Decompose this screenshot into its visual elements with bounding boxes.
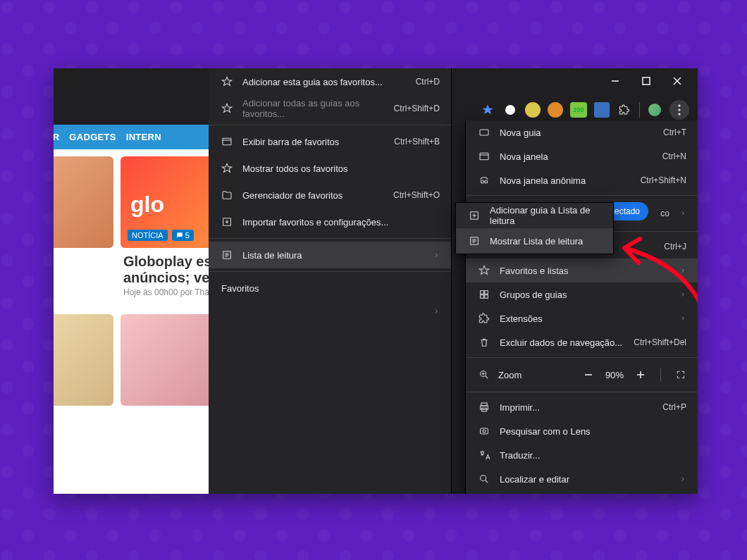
badge-comments: 5 — [172, 230, 194, 241]
menu-item-clear-browsing-data[interactable]: Excluir dados de navegação... Ctrl+Shift… — [466, 330, 698, 354]
menu-item-label: Gerenciador de favoritos — [242, 190, 383, 201]
reading-list-icon — [221, 249, 233, 261]
svg-rect-21 — [485, 291, 488, 294]
zoom-icon — [479, 369, 490, 380]
menu-item-show-all-bookmarks[interactable]: Mostrar todos os favoritos — [209, 155, 451, 182]
menu-item-bookmark-all-tabs[interactable]: Adicionar todas as guias aos favoritos..… — [209, 95, 451, 122]
svg-rect-23 — [485, 295, 488, 299]
menu-item-find-edit[interactable]: Localizar e editar — [466, 467, 698, 491]
menu-item-show-reading-list[interactable]: Mostrar Lista de leitura — [456, 228, 613, 254]
window-icon — [479, 151, 490, 162]
menu-item-translate[interactable]: Traduzir... — [466, 443, 698, 467]
menu-item-label: Excluir dados de navegação... — [500, 337, 624, 348]
menu-item-print[interactable]: Imprimir... Ctrl+P — [466, 395, 698, 419]
menu-separator — [209, 271, 451, 272]
extension-icon[interactable] — [525, 102, 541, 118]
menu-item-bookmark-manager[interactable]: Gerenciador de favoritos Ctrl+Shift+O — [209, 182, 451, 209]
bookmarks-submenu: Adicionar esta guia aos favoritos... Ctr… — [209, 68, 452, 494]
menu-separator — [466, 195, 698, 196]
zoom-in-button[interactable] — [632, 366, 649, 383]
menu-item-label: Nova janela — [500, 151, 653, 162]
zoom-label: Zoom — [498, 370, 572, 380]
svg-rect-1 — [643, 77, 650, 85]
menu-shortcut: Ctrl+Shift+D — [394, 104, 440, 113]
fullscreen-button[interactable] — [672, 366, 689, 383]
svg-point-4 — [678, 104, 680, 106]
menu-item-import-bookmarks[interactable]: Importar favoritos e configurações... — [209, 209, 451, 235]
menu-item-search-lens[interactable]: Pesquisar com o Lens — [466, 419, 698, 443]
site-nav-item[interactable]: GADGETS — [69, 132, 116, 142]
chevron-right-icon — [679, 313, 686, 324]
site-nav-item[interactable]: INTERN — [126, 132, 161, 142]
menu-item-add-to-reading-list[interactable]: Adicionar guia à Lista de leitura — [456, 203, 613, 228]
incognito-icon — [479, 175, 490, 186]
search-icon — [479, 473, 490, 485]
chevron-right-icon — [679, 266, 686, 276]
menu-item-label: Imprimir... — [500, 402, 653, 413]
menu-shortcut: Ctrl+T — [663, 127, 686, 137]
menu-item-label: Adicionar todas as guias aos favoritos..… — [242, 98, 384, 119]
menu-item-incognito[interactable]: Nova janela anônima Ctrl+Shift+N — [466, 168, 698, 192]
bookmark-star-icon[interactable] — [480, 102, 495, 118]
menu-item-bookmarks-lists[interactable]: Favoritos e listas — [466, 259, 698, 282]
menu-shortcut: Ctrl+P — [662, 402, 686, 412]
translate-icon — [479, 449, 490, 461]
chevron-right-icon — [433, 250, 440, 261]
menu-item-show-bookmarks-bar[interactable]: Exibir barra de favoritos Ctrl+Shift+B — [209, 128, 451, 155]
menu-item-label: Nova janela anônima — [500, 175, 631, 186]
menu-item-label: Mostrar Lista de leitura — [490, 236, 602, 247]
menu-item-extensions[interactable]: Extensões — [466, 306, 698, 330]
chrome-menu-button[interactable] — [669, 100, 689, 120]
zoom-out-button[interactable] — [580, 366, 597, 383]
menu-item-label: Exibir barra de favoritos — [242, 137, 384, 147]
svg-point-36 — [481, 475, 486, 481]
menu-item-reading-list[interactable]: Lista de leitura — [209, 242, 451, 268]
menu-item-label: Localizar e editar — [500, 474, 669, 485]
menu-shortcut: Ctrl+Shift+N — [641, 175, 686, 185]
close-button[interactable] — [671, 75, 684, 87]
chevron-right-icon — [433, 306, 440, 317]
site-nav-item[interactable]: COMPUTADOR — [54, 132, 59, 142]
menu-item-cast-save-share[interactable]: Transmitir, salvar e compartilhar — [466, 491, 698, 494]
reading-list-icon — [469, 235, 480, 247]
menu-item-new-tab[interactable]: Nova guia Ctrl+T — [466, 120, 698, 144]
menu-shortcut: Ctrl+D — [416, 77, 440, 87]
svg-rect-7 — [223, 138, 231, 144]
extension-icon[interactable] — [502, 102, 518, 118]
extension-icon[interactable] — [548, 102, 563, 118]
menu-section-heading: Favoritos — [209, 275, 451, 298]
menu-item-label: Mostrar todos os favoritos — [242, 163, 440, 174]
menu-separator — [466, 357, 698, 358]
trash-icon — [479, 337, 490, 348]
extensions-puzzle-icon[interactable] — [617, 102, 632, 118]
menu-item-label: Favoritos e listas — [500, 266, 669, 276]
menu-item-label: Importar favoritos e configurações... — [242, 217, 440, 228]
menu-shortcut: Ctrl+N — [662, 151, 686, 161]
profile-avatar[interactable] — [647, 102, 662, 118]
svg-rect-34 — [481, 428, 488, 434]
article-card[interactable]: ciado pela — [54, 156, 113, 307]
svg-point-18 — [485, 180, 488, 183]
article-card[interactable] — [54, 314, 113, 406]
extension-icon[interactable] — [594, 102, 610, 118]
separator — [660, 368, 661, 382]
minimize-button[interactable] — [609, 75, 622, 87]
browser-window: R COMPUTADOR GADGETS INTERN ciado pela g… — [54, 68, 698, 494]
menu-item-label: Nova guia — [500, 127, 653, 138]
menu-separator — [209, 238, 451, 239]
star-outline-icon — [221, 103, 233, 114]
star-outline-icon — [479, 265, 490, 276]
chrome-main-menu: Nova guia Ctrl+T Nova janela Ctrl+N Nova… — [465, 120, 698, 494]
zoom-value: 90% — [605, 370, 624, 380]
menu-item-tab-groups[interactable]: Grupos de guias — [466, 282, 698, 306]
truncated-text: co — [660, 209, 669, 218]
maximize-button[interactable] — [640, 75, 653, 87]
menu-item-bookmark-this-tab[interactable]: Adicionar esta guia aos favoritos... Ctr… — [209, 68, 451, 95]
star-outline-icon — [221, 163, 233, 174]
extension-icon[interactable]: 200 — [570, 102, 587, 118]
menu-item-favorites-folder[interactable] — [209, 298, 451, 325]
menu-separator — [209, 125, 451, 125]
menu-item-new-window[interactable]: Nova janela Ctrl+N — [466, 144, 698, 168]
svg-point-17 — [481, 180, 483, 183]
reading-list-popover: Adicionar guia à Lista de leitura Mostra… — [455, 202, 614, 254]
